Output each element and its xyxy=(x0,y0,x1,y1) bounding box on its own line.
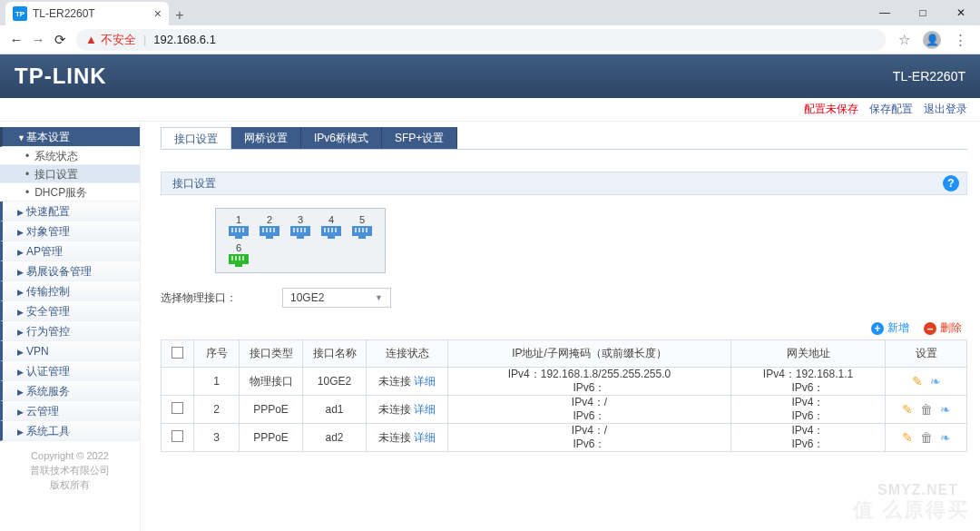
window-minimize[interactable]: — xyxy=(866,0,904,25)
sidebar-item-services[interactable]: ▶系统服务 xyxy=(0,381,140,401)
detail-link[interactable]: 详细 xyxy=(414,403,436,416)
new-tab-button[interactable]: + xyxy=(169,7,191,25)
device-model: TL-ER2260T xyxy=(893,69,965,84)
brand-logo: TP-LINK xyxy=(15,64,107,89)
window-controls: — □ ✕ xyxy=(866,0,980,25)
app-banner: TP-LINK TL-ER2260T xyxy=(0,54,980,98)
page-tabs: 接口设置 网桥设置 IPv6桥模式 SFP+设置 xyxy=(161,127,967,150)
svg-rect-2 xyxy=(231,228,233,232)
sidebar-item-quick[interactable]: ▶快速配置 xyxy=(0,202,140,221)
table-row: 1物理接口10GE2未连接 详细IPv4：192.168.1.8/255.255… xyxy=(162,368,967,396)
svg-rect-16 xyxy=(300,228,302,232)
chrome-toolbar: ← → ⟳ ▲ 不安全 | 192.168.6.1 ☆ 👤 ⋮ xyxy=(0,25,980,54)
svg-rect-17 xyxy=(304,228,306,232)
svg-rect-9 xyxy=(266,228,268,232)
delete-button[interactable]: –删除 xyxy=(924,320,962,336)
svg-rect-4 xyxy=(239,228,240,232)
save-config-link[interactable]: 保存配置 xyxy=(869,102,913,117)
logout-link[interactable]: 退出登录 xyxy=(924,102,967,117)
sidebar-item-ap[interactable]: ▶AP管理 xyxy=(0,241,140,261)
address-bar[interactable]: ▲ 不安全 | 192.168.6.1 xyxy=(76,29,886,51)
copyright: Copyright © 2022 普联技术有限公司 版权所有 xyxy=(0,441,140,492)
dropdown-value: 10GE2 xyxy=(290,291,324,304)
minus-icon: – xyxy=(924,322,936,335)
chrome-menu-icon[interactable]: ⋮ xyxy=(954,32,967,48)
sidebar-item-basic[interactable]: ▼基本设置 xyxy=(0,127,140,147)
port-6[interactable]: 6 xyxy=(224,242,253,267)
svg-rect-28 xyxy=(362,228,364,232)
window-maximize[interactable]: □ xyxy=(904,0,942,25)
sidebar-item-systools[interactable]: ▶系统工具 xyxy=(0,421,140,441)
tab-bridge[interactable]: 网桥设置 xyxy=(231,127,301,149)
sidebar-sub-interface[interactable]: 接口设置 xyxy=(0,165,140,183)
panel-title-bar: 接口设置 ? xyxy=(161,172,967,195)
forward-button[interactable]: → xyxy=(27,32,49,47)
svg-rect-22 xyxy=(331,228,333,232)
sidebar-item-cloud[interactable]: ▶云管理 xyxy=(0,401,140,421)
svg-rect-5 xyxy=(242,228,244,232)
detail-link[interactable]: 详细 xyxy=(414,431,436,444)
sidebar-item-vpn[interactable]: ▶VPN xyxy=(0,341,140,361)
tab-title: TL-ER2260T xyxy=(33,7,95,20)
leaf-icon[interactable]: ❧ xyxy=(940,430,951,445)
col-ip: IP地址/子网掩码（或前缀长度） xyxy=(448,340,731,368)
help-icon[interactable]: ? xyxy=(943,175,959,192)
bookmark-star-icon[interactable]: ☆ xyxy=(898,32,910,48)
col-name: 接口名称 xyxy=(303,340,367,368)
checkbox-all[interactable] xyxy=(172,347,183,359)
table-row: 3PPPoEad2未连接 详细IPv4：/IPv6：IPv4：IPv6：✎🗑❧ xyxy=(162,424,967,452)
edit-icon[interactable]: ✎ xyxy=(912,374,923,388)
unsaved-indicator: 配置未保存 xyxy=(804,102,858,117)
port-2[interactable]: 2 xyxy=(255,214,284,239)
tab-ipv6bridge[interactable]: IPv6桥模式 xyxy=(301,127,382,149)
url-text: 192.168.6.1 xyxy=(153,33,216,46)
sidebar-item-transport[interactable]: ▶传输控制 xyxy=(0,281,140,301)
svg-rect-31 xyxy=(235,264,242,267)
profile-avatar[interactable]: 👤 xyxy=(923,31,941,49)
chrome-tab-strip: TP TL-ER2260T × + — □ ✕ xyxy=(0,0,980,25)
favicon: TP xyxy=(13,6,27,21)
svg-rect-21 xyxy=(328,228,329,232)
svg-rect-8 xyxy=(262,228,264,232)
sidebar: ▼基本设置 系统状态 接口设置 DHCP服务 ▶快速配置 ▶对象管理 ▶AP管理… xyxy=(0,122,141,531)
col-gw: 网关地址 xyxy=(731,340,886,368)
sidebar-sub-system-status[interactable]: 系统状态 xyxy=(0,147,140,165)
leaf-icon[interactable]: ❧ xyxy=(940,402,951,417)
port-1[interactable]: 1 xyxy=(224,214,253,239)
tab-sfpplus[interactable]: SFP+设置 xyxy=(382,127,457,149)
edit-icon[interactable]: ✎ xyxy=(902,430,913,445)
col-idx: 序号 xyxy=(194,340,240,368)
trash-icon[interactable]: 🗑 xyxy=(920,402,933,417)
row-checkbox[interactable] xyxy=(172,402,183,414)
table-row: 2PPPoEad1未连接 详细IPv4：/IPv6：IPv4：IPv6：✎🗑❧ xyxy=(162,396,967,424)
leaf-icon[interactable]: ❧ xyxy=(930,374,941,388)
detail-link[interactable]: 详细 xyxy=(414,375,436,388)
port-5[interactable]: 5 xyxy=(348,214,377,239)
sidebar-item-security[interactable]: ▶安全管理 xyxy=(0,301,140,321)
trash-icon[interactable]: 🗑 xyxy=(920,430,933,445)
add-button[interactable]: +新增 xyxy=(871,320,909,336)
sidebar-item-behavior[interactable]: ▶行为管控 xyxy=(0,321,140,341)
port-4[interactable]: 4 xyxy=(317,214,346,239)
sidebar-sub-dhcp[interactable]: DHCP服务 xyxy=(0,183,140,202)
sidebar-item-object[interactable]: ▶对象管理 xyxy=(0,221,140,241)
insecure-warning: ▲ 不安全 xyxy=(85,32,136,48)
port-diagram: 123456 xyxy=(215,208,386,273)
tab-interface[interactable]: 接口设置 xyxy=(161,127,231,149)
browser-tab[interactable]: TP TL-ER2260T × xyxy=(5,2,169,25)
row-checkbox[interactable] xyxy=(172,430,183,442)
svg-rect-3 xyxy=(235,228,237,232)
svg-rect-35 xyxy=(242,256,244,261)
edit-icon[interactable]: ✎ xyxy=(902,402,913,417)
tab-close-icon[interactable]: × xyxy=(154,6,162,21)
sidebar-item-easymesh[interactable]: ▶易展设备管理 xyxy=(0,261,140,281)
reload-button[interactable]: ⟳ xyxy=(49,32,71,48)
window-close[interactable]: ✕ xyxy=(942,0,980,25)
sidebar-item-auth[interactable]: ▶认证管理 xyxy=(0,361,140,381)
port-3[interactable]: 3 xyxy=(286,214,315,239)
interface-dropdown[interactable]: 10GE2 ▼ xyxy=(282,288,391,308)
svg-rect-27 xyxy=(358,228,360,232)
back-button[interactable]: ← xyxy=(5,32,27,47)
svg-rect-34 xyxy=(239,256,240,261)
svg-rect-20 xyxy=(324,228,326,232)
